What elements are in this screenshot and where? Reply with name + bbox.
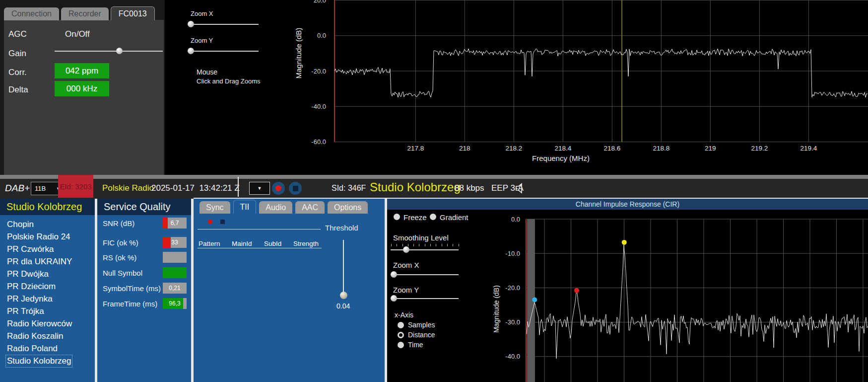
- smoothing-slider[interactable]: [391, 246, 459, 253]
- service-list-item-label: Chopin: [7, 220, 34, 229]
- quality-bar-value: [163, 267, 187, 278]
- cir-zoom-y-slider[interactable]: [391, 295, 459, 302]
- smoothing-thumb[interactable]: [403, 246, 409, 253]
- tuner-tab-recorder[interactable]: Recorder: [61, 7, 109, 20]
- record-button[interactable]: [272, 182, 285, 195]
- tii-tab-tii[interactable]: TII: [233, 200, 257, 214]
- tii-panel: SyncTIIAudioAACOptions PatternMainIdSubI…: [194, 199, 385, 382]
- svg-text:218: 218: [459, 145, 470, 152]
- cir-peak-marker: [532, 297, 537, 302]
- svg-text:Magnitude (dB): Magnitude (dB): [492, 285, 500, 333]
- tii-column-pattern[interactable]: Pattern: [199, 240, 220, 247]
- spectrum-zoom-x-slider[interactable]: [188, 21, 259, 28]
- gain-slider[interactable]: [55, 48, 163, 55]
- tii-column-subid[interactable]: SubId: [264, 240, 281, 247]
- tii-column-mainid[interactable]: MainId: [232, 240, 252, 247]
- quality-bar-value: 96,3: [163, 298, 187, 309]
- x-axis-option-label: Distance: [408, 331, 435, 339]
- service-list: ChopinPolskie Radio 24PR CzwórkaPR dla U…: [0, 215, 95, 367]
- gain-slider-thumb[interactable]: [116, 48, 123, 54]
- x-axis-radio-time[interactable]: [398, 342, 404, 348]
- spectrum-zoom-y-slider[interactable]: [188, 48, 259, 55]
- cir-title: Channel Impulse Response (CIR): [387, 199, 868, 210]
- freeze-radio[interactable]: [394, 214, 400, 220]
- x-axis-option-distance[interactable]: Distance: [398, 331, 435, 339]
- svg-text:20.0: 20.0: [314, 0, 326, 4]
- cir-peak-marker: [574, 288, 579, 293]
- cir-zoom-y-thumb[interactable]: [391, 295, 397, 302]
- service-quality-panel: Service Quality SNR (dB)6,7FIC (ok %)33R…: [97, 199, 191, 382]
- service-list-item-label: PR Dwójka: [7, 269, 49, 279]
- service-list-item-label: Radio Poland: [7, 344, 58, 354]
- tii-column-strength[interactable]: Strength: [293, 240, 319, 247]
- service-list-item[interactable]: PR dla UKRAINY: [0, 255, 95, 268]
- tuner-tab-connection[interactable]: Connection: [4, 7, 59, 20]
- service-list-item[interactable]: PR Jedynka: [0, 293, 95, 305]
- cir-zoom-x-label: Zoom X: [393, 261, 419, 269]
- quality-bar-value: 33: [163, 237, 187, 248]
- threshold-slider-thumb[interactable]: [340, 292, 347, 299]
- svg-text:-20.0: -20.0: [311, 68, 326, 75]
- quality-row-label: SymbolTime (ms): [103, 284, 161, 293]
- gain-slider-track: [55, 51, 163, 52]
- service-list-item[interactable]: Radio Koszalin: [0, 330, 95, 342]
- tii-tab-aac[interactable]: AAC: [295, 201, 325, 214]
- tuner-panel: [4, 20, 164, 175]
- svg-text:Frequency (MHz): Frequency (MHz): [532, 154, 590, 162]
- mouse-zoom-caption: Click and Drag Zooms: [197, 77, 261, 85]
- gradient-radio[interactable]: [430, 214, 436, 220]
- service-list-item[interactable]: Chopin: [0, 218, 95, 230]
- service-list-item[interactable]: Radio Kierowców: [0, 317, 95, 330]
- x-axis-option-time[interactable]: Time: [398, 341, 423, 349]
- service-list-item[interactable]: Polskie Radio 24: [0, 230, 95, 243]
- service-list-item-label: Radio Kierowców: [7, 319, 72, 329]
- service-list-item[interactable]: Studio Kolobrzeg: [0, 355, 95, 367]
- svg-text:-40.0: -40.0: [311, 103, 326, 110]
- svg-text:218.8: 218.8: [653, 145, 669, 152]
- svg-text:Magnitude (dB): Magnitude (dB): [294, 28, 303, 79]
- threshold-slider-track[interactable]: [343, 240, 344, 298]
- cir-zoom-x-thumb[interactable]: [391, 271, 397, 278]
- service-list-header: Studio Kolobrzeg: [0, 199, 95, 215]
- svg-text:-40.0: -40.0: [505, 353, 520, 360]
- tii-tab-options[interactable]: Options: [328, 201, 368, 214]
- statusbar-separator: [238, 177, 239, 197]
- tuner-tab-fc0013[interactable]: FC0013: [111, 6, 155, 20]
- spectrum-zoom-x-label: Zoom X: [191, 10, 213, 17]
- quality-bar: [163, 267, 187, 278]
- corr-label: Corr.: [8, 68, 27, 77]
- chevron-down-icon: ▼: [258, 186, 262, 191]
- channel-value: 11B: [35, 185, 46, 192]
- svg-text:218.6: 218.6: [603, 145, 620, 152]
- cir-plot[interactable]: 0.0-10.0-20.0-30.0-40.0Magnitude (dB): [486, 210, 868, 382]
- spectrum-zoom-x-thumb[interactable]: [188, 21, 194, 27]
- svg-text:219: 219: [705, 145, 716, 152]
- service-list-item-label: Polskie Radio 24: [7, 232, 70, 242]
- quality-row-label: RS (ok %): [103, 253, 136, 262]
- service-list-item[interactable]: PR Dwójka: [0, 268, 95, 280]
- smoothing-label: Smoothing Level: [393, 233, 449, 242]
- tii-tab-audio[interactable]: Audio: [259, 201, 292, 214]
- horizontal-splitter[interactable]: [0, 175, 868, 179]
- service-list-item[interactable]: PR Dzieciom: [0, 280, 95, 293]
- stop-button[interactable]: [289, 182, 302, 195]
- service-list-item-label: PR Czwórka: [7, 244, 54, 254]
- record-options-dropdown[interactable]: ▼: [249, 182, 270, 195]
- service-quality-header: Service Quality: [97, 199, 191, 215]
- quality-bar: [163, 252, 187, 263]
- x-axis-radio-samples[interactable]: [398, 322, 404, 328]
- agc-label: AGC: [8, 29, 27, 39]
- spectrum-zoom-y-thumb[interactable]: [188, 48, 194, 54]
- svg-text:217.8: 217.8: [407, 145, 424, 152]
- cir-zoom-x-slider[interactable]: [391, 271, 459, 278]
- speaker-icon[interactable]: [514, 182, 526, 194]
- service-list-item[interactable]: PR Trójka: [0, 305, 95, 317]
- tii-tab-sync[interactable]: Sync: [200, 201, 230, 214]
- delta-label: Delta: [8, 85, 28, 95]
- service-list-item[interactable]: PR Czwórka: [0, 243, 95, 255]
- spectrum-plot[interactable]: 20.00.0-20.0-40.0-60.0217.8218218.2218.4…: [278, 0, 868, 175]
- x-axis-option-samples[interactable]: Samples: [398, 321, 435, 329]
- smoothing-track: [391, 249, 459, 250]
- service-list-item[interactable]: Radio Poland: [0, 342, 95, 355]
- x-axis-radio-distance[interactable]: [398, 332, 404, 338]
